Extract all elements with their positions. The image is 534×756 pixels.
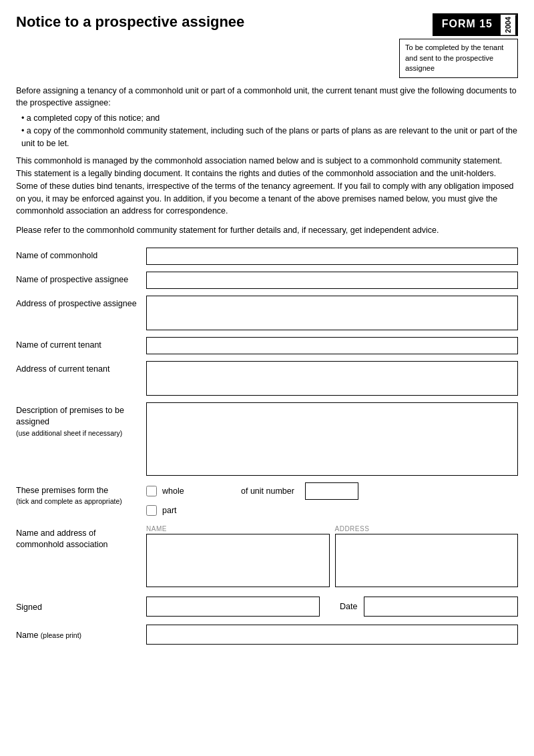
signed-label: Signed (16, 599, 146, 614)
intro-paragraph2: This commonhold is managed by the common… (16, 155, 518, 218)
commonhold-label: Name of commonhold (16, 248, 146, 262)
to-be-completed-box: To be completed by the tenant and sent t… (399, 39, 518, 77)
tenant-name-input[interactable] (146, 337, 518, 354)
part-option-label: part (162, 506, 196, 515)
assoc-name-wrap: NAME (146, 525, 330, 587)
assignee-name-input[interactable] (146, 272, 518, 289)
description-label: Description of premises to be assigned (… (16, 402, 146, 438)
tenant-name-label: Name of current tenant (16, 337, 146, 352)
premises-options: whole of unit number part (146, 482, 518, 516)
name-input[interactable] (146, 625, 518, 645)
assoc-address-input[interactable] (335, 534, 519, 587)
unit-number-label: of unit number (241, 486, 294, 496)
assignee-name-row: Name of prospective assignee (16, 272, 518, 289)
tenant-address-label: Address of current tenant (16, 361, 146, 376)
assignee-address-label: Address of prospective assignee (16, 296, 146, 310)
description-row: Description of premises to be assigned (… (16, 402, 518, 476)
assoc-name-placeholder: NAME (146, 525, 330, 532)
description-input[interactable] (146, 402, 518, 476)
signed-row: Signed Date (16, 597, 518, 617)
assignee-name-label: Name of prospective assignee (16, 272, 146, 286)
assoc-address-placeholder: ADDRESS (335, 525, 519, 532)
part-checkbox[interactable] (146, 505, 157, 516)
assignee-address-row: Address of prospective assignee (16, 296, 518, 330)
commonhold-row: Name of commonhold (16, 248, 518, 265)
name-label: Name (please print) (16, 627, 146, 642)
intro-bullet2: a copy of the commonhold community state… (21, 125, 518, 150)
assoc-address-wrap: ADDRESS (335, 525, 519, 587)
whole-option-label: whole (162, 486, 196, 496)
assoc-label: Name and address of commonhold associati… (16, 525, 146, 551)
tenant-address-row: Address of current tenant (16, 361, 518, 396)
form-badge: FORM 15 2004 (433, 13, 518, 36)
date-label: Date (340, 602, 357, 611)
form-badge-container: FORM 15 2004 To be completed by the tena… (391, 13, 518, 78)
assoc-row: Name and address of commonhold associati… (16, 525, 518, 587)
intro-paragraph1: Before assigning a tenancy of a commonho… (16, 85, 518, 150)
assignee-address-input[interactable] (146, 296, 518, 330)
intro-paragraph3: Please refer to the commonhold community… (16, 224, 518, 237)
tenant-address-input[interactable] (146, 361, 518, 396)
assoc-name-input[interactable] (146, 534, 330, 587)
intro-bullets: a completed copy of this notice; and a c… (16, 112, 518, 149)
tenant-name-row: Name of current tenant (16, 337, 518, 354)
form-badge-label: FORM 15 (434, 15, 501, 35)
form-fields: Name of commonhold Name of prospective a… (16, 248, 518, 645)
part-option-row: part (146, 505, 518, 516)
date-input[interactable] (364, 597, 518, 617)
header: Notice to a prospective assignee FORM 15… (16, 13, 518, 78)
signed-input[interactable] (146, 597, 320, 617)
premises-label: These premises form the (tick and comple… (16, 482, 146, 506)
name-row: Name (please print) (16, 625, 518, 645)
commonhold-input[interactable] (146, 248, 518, 265)
whole-option-row: whole of unit number (146, 482, 518, 500)
premises-row: These premises form the (tick and comple… (16, 482, 518, 516)
assoc-inputs: NAME ADDRESS (146, 525, 518, 587)
page-title: Notice to a prospective assignee (16, 13, 391, 31)
intro-bullet1: a completed copy of this notice; and (21, 112, 518, 125)
unit-number-input[interactable] (305, 482, 358, 500)
form-badge-year: 2004 (501, 15, 517, 35)
whole-checkbox[interactable] (146, 486, 157, 496)
